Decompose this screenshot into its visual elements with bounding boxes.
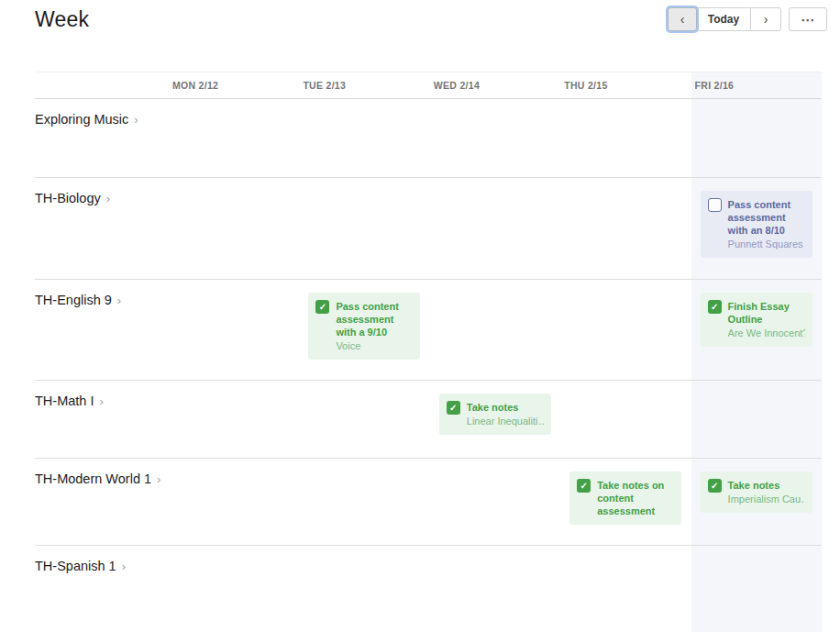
task-card[interactable]: Take notes on content assessment <box>569 471 681 525</box>
ellipsis-icon: ⋯ <box>801 13 815 27</box>
task-text: Take notes on content assessment <box>597 479 674 517</box>
day-cell <box>430 546 560 632</box>
checkbox-checked-icon[interactable] <box>577 479 591 493</box>
course-name: Exploring Music <box>35 112 128 127</box>
task-card[interactable]: Take notes Linear Inequaliti… <box>439 394 551 435</box>
course-link-th-biology[interactable]: TH-Biology › <box>35 191 110 205</box>
week-navigation-toolbar: ‹ Today › ⋯ <box>668 7 827 31</box>
task-title: Take notes on content assessment <box>597 479 674 517</box>
day-cell <box>430 280 560 380</box>
chevron-left-icon: ‹ <box>680 13 685 26</box>
checkbox-checked-icon[interactable] <box>708 300 722 314</box>
task-text: Pass content assessment with a 9/10 Voic… <box>336 300 413 352</box>
day-cell <box>299 381 429 458</box>
day-cell-today: Take notes Imperialism Cau… <box>691 459 822 545</box>
task-subtitle: Are We Innocent? <box>728 327 805 339</box>
checkbox-checked-icon[interactable] <box>708 479 722 493</box>
chevron-right-icon: › <box>157 472 160 486</box>
day-cell-today <box>691 99 822 177</box>
course-row-th-spanish-1: TH-Spanish 1 › <box>35 545 822 632</box>
course-name: TH-English 9 <box>35 293 112 307</box>
topbar: Week ‹ Today › ⋯ <box>0 0 840 72</box>
more-options-button[interactable]: ⋯ <box>789 7 827 31</box>
day-cell <box>299 546 429 632</box>
day-cell <box>169 381 299 458</box>
task-subtitle: Voice <box>336 339 413 352</box>
task-card[interactable]: Pass content assessment with an 8/10 Pun… <box>701 191 812 258</box>
chevron-right-icon: › <box>106 192 110 205</box>
today-button[interactable]: Today <box>696 7 751 31</box>
day-cell-today: Pass content assessment with an 8/10 Pun… <box>691 178 822 279</box>
day-cell <box>169 459 299 545</box>
course-row-th-english-9: TH-English 9 › Pass content assessment w… <box>35 279 822 380</box>
day-header-fri-today: FRI 2/16 <box>691 72 822 98</box>
course-name: TH-Spanish 1 <box>35 559 116 573</box>
day-cell <box>169 99 299 177</box>
task-text: Take notes Imperialism Cau… <box>728 479 805 505</box>
day-cell <box>560 178 691 279</box>
day-cell: Take notes Linear Inequaliti… <box>430 381 560 458</box>
chevron-right-icon: › <box>117 294 121 307</box>
day-cell-today: Finish Essay Outline Are We Innocent? <box>691 280 822 380</box>
task-text: Pass content assessment with an 8/10 Pun… <box>728 198 805 250</box>
course-cell: Exploring Music › <box>35 99 169 177</box>
chevron-right-icon: › <box>122 560 126 573</box>
previous-week-button[interactable]: ‹ <box>668 7 697 31</box>
day-header-tue: TUE 2/13 <box>299 72 429 98</box>
day-cell <box>560 280 691 380</box>
course-link-th-modern-world-1[interactable]: TH-Modern World 1 › <box>35 471 160 486</box>
course-name: TH-Biology <box>35 191 101 205</box>
course-cell: TH-Math I › <box>35 381 169 458</box>
day-cell <box>299 99 429 177</box>
checkbox-unchecked-icon[interactable] <box>708 198 722 212</box>
day-cell <box>169 280 299 380</box>
day-header-wed: WED 2/14 <box>430 72 560 98</box>
course-link-th-english-9[interactable]: TH-English 9 › <box>35 293 121 307</box>
day-cell <box>169 178 299 279</box>
day-cell <box>560 99 691 177</box>
task-card[interactable]: Finish Essay Outline Are We Innocent? <box>701 293 812 347</box>
week-nav-button-group: ‹ Today › <box>668 7 781 31</box>
task-text: Take notes Linear Inequaliti… <box>467 401 544 427</box>
chevron-right-icon: › <box>134 113 138 127</box>
day-cell <box>560 381 691 458</box>
course-link-exploring-music[interactable]: Exploring Music › <box>35 112 138 127</box>
task-title: Pass content assessment with an 8/10 <box>728 198 805 237</box>
day-cell-today <box>691 381 822 458</box>
course-link-th-math-i[interactable]: TH-Math I › <box>35 394 104 408</box>
day-header-thu: THU 2/15 <box>560 72 691 98</box>
day-cell <box>299 459 429 545</box>
checkbox-checked-icon[interactable] <box>447 401 460 415</box>
day-cell: Pass content assessment with a 9/10 Voic… <box>299 280 429 380</box>
course-column-header <box>35 72 169 98</box>
day-cell <box>560 546 691 632</box>
day-header-row: MON 2/12 TUE 2/13 WED 2/14 THU 2/15 FRI … <box>35 72 822 99</box>
day-cell <box>430 99 560 177</box>
course-cell: TH-Spanish 1 › <box>35 546 169 632</box>
task-subtitle: Linear Inequaliti… <box>467 415 544 427</box>
course-row-th-math-i: TH-Math I › Take notes Linear Inequaliti… <box>35 380 822 458</box>
task-subtitle: Imperialism Cau… <box>728 493 805 505</box>
task-title: Take notes <box>467 401 544 414</box>
next-week-button[interactable]: › <box>750 7 781 31</box>
task-title: Pass content assessment with a 9/10 <box>336 300 413 338</box>
course-cell: TH-Modern World 1 › <box>35 459 169 545</box>
day-cell <box>430 178 560 279</box>
course-cell: TH-Biology › <box>35 178 169 279</box>
page-title: Week <box>35 7 89 32</box>
course-row-th-modern-world-1: TH-Modern World 1 › Take notes on conten… <box>35 458 822 545</box>
day-cell <box>299 178 429 279</box>
day-cell-today <box>691 546 822 632</box>
checkbox-checked-icon[interactable] <box>315 300 329 314</box>
task-title: Take notes <box>728 479 805 492</box>
course-cell: TH-English 9 › <box>35 280 169 380</box>
chevron-right-icon: › <box>99 394 103 408</box>
task-title: Finish Essay Outline <box>728 300 805 326</box>
task-card[interactable]: Take notes Imperialism Cau… <box>701 471 812 513</box>
course-row-th-biology: TH-Biology › Pass content assessment wit… <box>35 177 822 279</box>
course-link-th-spanish-1[interactable]: TH-Spanish 1 › <box>35 559 126 573</box>
course-name: TH-Math I <box>35 394 94 408</box>
course-name: TH-Modern World 1 <box>35 471 151 486</box>
task-card[interactable]: Pass content assessment with a 9/10 Voic… <box>308 293 420 360</box>
day-cell <box>430 459 560 545</box>
